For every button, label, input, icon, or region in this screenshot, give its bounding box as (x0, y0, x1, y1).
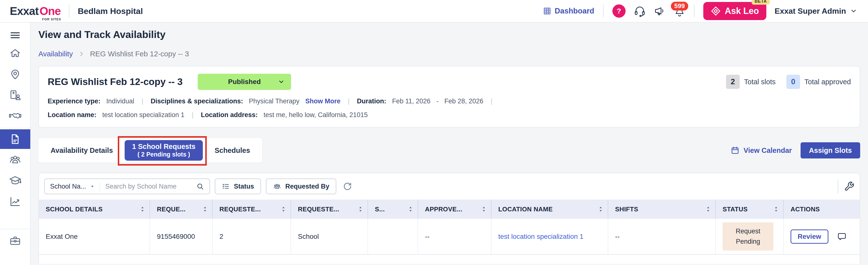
column-header-s[interactable]: S... (368, 200, 418, 219)
availability-title: REG Wishlist Feb 12-copy -- 3 (48, 76, 183, 87)
school-requests-table-card: School Na... Status (38, 173, 860, 264)
sort-icon[interactable] (773, 206, 779, 212)
summary-details-row-2: Location name: test location specializat… (48, 111, 851, 119)
user-menu[interactable]: Exxat Super Admin (775, 7, 857, 16)
sidebar-item-locations[interactable] (0, 64, 30, 85)
location-address-value: test me, hello low, California, 21015 (264, 111, 368, 119)
chevron-down-icon (278, 78, 285, 85)
location-pin-icon (9, 68, 21, 80)
briefcase-icon (9, 234, 22, 247)
column-header-requested[interactable]: REQUE... (150, 200, 212, 219)
search-input[interactable] (100, 183, 196, 190)
people-group-icon (273, 182, 281, 191)
header-divider (603, 4, 603, 18)
graduation-cap-icon (8, 174, 22, 187)
refresh-icon[interactable] (343, 182, 352, 191)
status-line-1: Request (722, 226, 773, 237)
total-slots-stat: 2 Total slots (726, 75, 776, 89)
checklist-icon (222, 182, 230, 190)
tab-schedules[interactable]: Schedules (204, 147, 261, 155)
header-divider (694, 4, 694, 18)
sort-icon[interactable] (140, 206, 145, 212)
notifications-button[interactable]: 599 (674, 4, 685, 18)
school-requests-table: SCHOOL DETAILS REQUE... REQUESTE... REQU… (39, 200, 860, 255)
sidebar-divider (0, 128, 30, 128)
status-label: Published (228, 78, 261, 86)
tab-pending-slots-label: ( 2 Pending slots ) (137, 151, 190, 158)
sort-icon[interactable] (598, 206, 603, 212)
duration-end: Feb 28, 2026 (444, 98, 483, 105)
location-name-label: Location name: (48, 111, 96, 119)
clipboard-person-icon (9, 89, 22, 102)
tab-school-requests-active[interactable]: 1 School Requests ( 2 Pending slots ) (125, 140, 203, 161)
field-separator: | (489, 97, 494, 105)
breadcrumb-current: REG Wishlist Feb 12-copy -- 3 (90, 50, 189, 58)
sort-icon[interactable] (202, 206, 208, 212)
sidebar-item-reports[interactable] (0, 191, 30, 212)
sidebar-item-people[interactable] (0, 149, 30, 170)
status-dropdown[interactable]: Published (198, 74, 291, 90)
status-line-2: Pending (722, 237, 773, 247)
location-name-link[interactable]: test location specialization 1 (498, 233, 584, 240)
view-calendar-link[interactable]: View Calendar (731, 146, 792, 155)
cell-requested-slots: 2 (212, 219, 291, 255)
filter-divider (838, 180, 838, 193)
ask-leo-label: Ask Leo (725, 6, 759, 16)
status-filter-label: Status (234, 183, 254, 190)
status-filter-button[interactable]: Status (215, 179, 261, 194)
menu-toggle[interactable] (0, 28, 30, 43)
column-header-approved[interactable]: APPROVE... (418, 200, 491, 219)
sidebar-item-availability-active[interactable] (0, 129, 30, 149)
dashboard-grid-icon (543, 7, 551, 15)
column-header-requested-2[interactable]: REQUESTE... (212, 200, 291, 219)
show-more-link[interactable]: Show More (305, 98, 340, 105)
cell-location-name: test location specialization 1 (491, 219, 608, 255)
announcements-megaphone-icon[interactable] (654, 5, 666, 17)
review-button[interactable]: Review (790, 230, 829, 244)
disciplines-label: Disciplines & specializations: (151, 98, 243, 105)
sidebar-item-education[interactable] (0, 170, 30, 191)
total-approved-label: Total approved (804, 78, 851, 86)
dashboard-link[interactable]: Dashboard (543, 7, 594, 16)
chat-bubble-icon[interactable] (837, 232, 847, 242)
total-slots-label: Total slots (744, 78, 776, 86)
total-slots-value: 2 (726, 75, 740, 89)
requested-by-filter-button[interactable]: Requested By (266, 179, 336, 194)
availability-summary-card: REG Wishlist Feb 12-copy -- 3 Published … (38, 66, 860, 128)
sidebar-item-home[interactable] (0, 43, 30, 64)
support-headset-icon[interactable] (634, 5, 646, 17)
search-icon[interactable] (196, 182, 205, 191)
breadcrumb-availability-link[interactable]: Availability (38, 50, 73, 58)
column-header-shifts[interactable]: SHIFTS (608, 200, 715, 219)
chevron-right-icon (78, 51, 85, 57)
sort-icon[interactable] (706, 206, 711, 212)
help-button[interactable]: ? (612, 4, 626, 18)
table-header-row: SCHOOL DETAILS REQUE... REQUESTE... REQU… (39, 200, 860, 219)
assign-slots-button[interactable]: Assign Slots (801, 142, 860, 158)
column-header-school-details[interactable]: SCHOOL DETAILS (39, 200, 150, 219)
cell-approved: -- (418, 219, 491, 255)
sidebar-item-partnerships[interactable] (0, 106, 30, 127)
column-settings-wrench-icon[interactable] (844, 181, 854, 191)
chevron-down-icon (850, 7, 857, 15)
sort-icon[interactable] (481, 206, 487, 212)
hamburger-icon (9, 29, 21, 41)
filter-row: School Na... Status (39, 173, 860, 200)
column-header-status[interactable]: STATUS (715, 200, 783, 219)
sidebar-item-toolbox[interactable] (0, 230, 30, 251)
sidebar (0, 23, 31, 265)
sort-icon[interactable] (408, 206, 413, 212)
ask-leo-button[interactable]: Ask Leo BETA (703, 2, 766, 20)
search-category-dropdown[interactable]: School Na... (45, 183, 100, 190)
search-combo: School Na... (44, 179, 210, 194)
disciplines-value: Physical Therapy (249, 98, 300, 105)
tab-availability-details[interactable]: Availability Details (40, 147, 124, 155)
sort-icon[interactable] (281, 206, 286, 212)
sidebar-item-clinical-records[interactable] (0, 85, 30, 106)
sort-icon[interactable] (358, 206, 363, 212)
column-header-requested-3[interactable]: REQUESTE... (291, 200, 368, 219)
total-approved-stat: 0 Total approved (786, 75, 851, 89)
column-header-location-name[interactable]: LOCATION NAME (491, 200, 608, 219)
field-separator: | (346, 97, 351, 105)
cell-shifts: -- (608, 219, 715, 255)
